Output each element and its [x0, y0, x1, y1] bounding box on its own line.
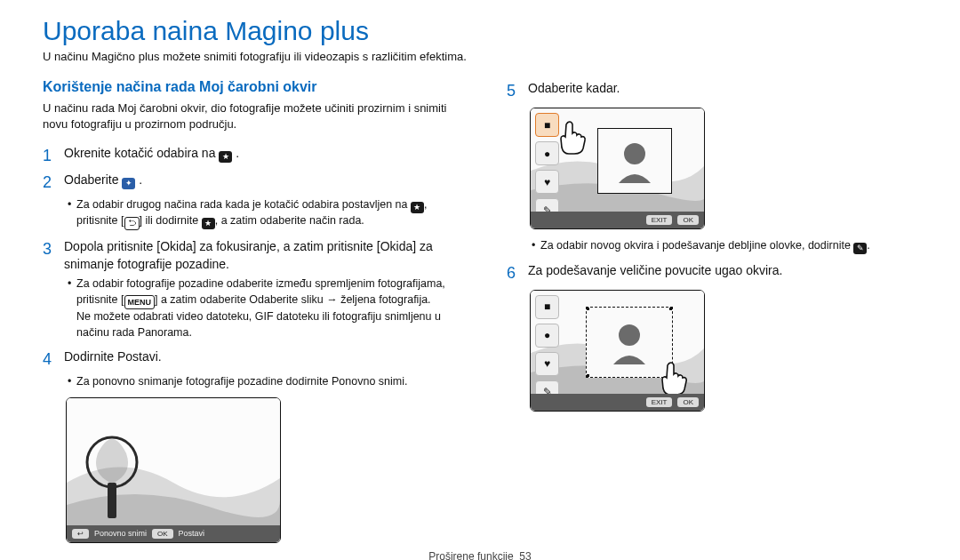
step-3-bullet-l3: Ne možete odabrati video datoteku, GIF d…	[76, 310, 441, 339]
step-2-bullet-l2b: ] ili dodirnite	[140, 214, 202, 227]
figure-select-frame: ■ ● ♥ ✎ EXIT OK	[530, 108, 705, 229]
mode-dial-star-icon: ★	[219, 151, 232, 163]
step-2-text-b: .	[139, 172, 142, 187]
portrait-icon	[608, 134, 661, 188]
resize-handle-bl[interactable]	[586, 374, 589, 378]
step-5: 5 Odaberite kadar.	[507, 79, 917, 102]
ok-key[interactable]: OK	[677, 397, 699, 407]
reshoot-label: Ponovno snimi	[332, 375, 404, 388]
intro-text: U načinu Magično plus možete snimiti fot…	[43, 50, 917, 63]
figure-3-statusbar: EXIT OK	[531, 394, 704, 411]
back-key[interactable]: ↩	[72, 529, 89, 539]
portrait-icon	[603, 316, 656, 369]
step-2-bullet-l2a: pritisnite [	[76, 214, 124, 227]
left-column: Korištenje načina rada Moj čarobni okvir…	[43, 79, 453, 543]
svg-point-6	[619, 324, 640, 346]
ok-key-label: Postavi	[179, 529, 205, 538]
resize-handle-tr[interactable]	[669, 307, 673, 310]
tree-landscape-illustration	[67, 398, 280, 542]
step-number: 5	[507, 79, 519, 102]
back-key-label: Ponovno snimi	[94, 529, 147, 538]
right-column: 5 Odaberite kadar. ■ ● ♥ ✎	[507, 79, 917, 543]
step-4-text-b: .	[158, 349, 162, 364]
step-1: 1 Okrenite kotačić odabira na ★ .	[43, 144, 453, 167]
touch-hand-icon	[655, 360, 691, 396]
step-3-text-b: ] za fokusiranje, a zatim pritisnite [	[193, 239, 380, 253]
step-3: 3 Dopola pritisnite [Okida] za fokusiran…	[43, 237, 453, 274]
ok-key[interactable]: OK	[152, 529, 173, 539]
frame-shape-toolbar: ■ ● ♥ ✎	[535, 295, 559, 404]
step-5-text: Odaberite kadar.	[528, 81, 620, 95]
magic-frame-icon: ✦	[122, 178, 135, 189]
step-2-bullet: Za odabir drugog načina rada kada je kot…	[68, 197, 453, 230]
step-2-bullet-l2c: , a zatim odaberite način rada.	[215, 214, 364, 227]
exit-key[interactable]: EXIT	[646, 215, 673, 225]
step-2-text-a: Odaberite	[64, 172, 122, 187]
step-5-bullet-b: .	[867, 239, 869, 252]
figure-resize-frame: ■ ● ♥ ✎ EXIT OK	[530, 290, 705, 412]
step-number: 4	[43, 348, 55, 371]
step-3-bullet-l2a: pritisnite [	[76, 293, 124, 306]
back-button-icon: ⮌	[124, 217, 140, 230]
step-4-bullet-a: Za ponovno snimanje fotografije pozadine…	[76, 375, 332, 388]
svg-point-4	[624, 143, 645, 164]
step-number: 6	[507, 261, 519, 284]
portrait-frame[interactable]	[597, 128, 672, 194]
step-1-text-a: Okrenite kotačić odabira na	[64, 146, 219, 160]
section-title: Korištenje načina rada Moj čarobni okvir	[43, 79, 453, 95]
set-label: Postavi	[117, 349, 158, 364]
step-3-bullet: Za odabir fotografije pozadine odaberite…	[68, 276, 453, 340]
figure-1-statusbar: ↩ Ponovno snimi OK Postavi	[67, 525, 280, 542]
shutter-label-1: Okida	[160, 239, 193, 253]
step-1-text-b: .	[236, 146, 239, 160]
step-2-bullet-l1a: Za odabir drugog načina rada kada je kot…	[76, 198, 411, 211]
step-5-bullet: Za odabir novog okvira i podešavanje deb…	[532, 238, 917, 254]
figure-background-scene: ↩ Ponovno snimi OK Postavi	[66, 397, 281, 543]
step-4-text-a: Dodirnite	[64, 349, 117, 364]
footer-label: Proširene funkcije	[428, 550, 513, 560]
step-2-bullet-l1b: ,	[424, 198, 427, 211]
resize-handle-tl[interactable]	[586, 307, 589, 310]
step-number: 1	[43, 144, 55, 167]
page-title: Uporaba naina Magino plus	[43, 16, 917, 46]
shutter-label-2: Okida	[380, 239, 413, 253]
frame-shape-heart-button[interactable]: ♥	[535, 170, 559, 194]
step-3-bullet-l2c: → željena fotografija.	[324, 293, 431, 306]
step-number: 3	[43, 237, 55, 274]
mode-dial-star-icon: ★	[411, 202, 424, 213]
frame-shape-circle-button[interactable]: ●	[535, 324, 559, 348]
frame-shape-square-button[interactable]: ■	[535, 295, 559, 319]
step-2: 2 Odaberite ✦ .	[43, 171, 453, 194]
exit-key[interactable]: EXIT	[646, 397, 673, 407]
select-image-label: Odaberite sliku	[249, 293, 323, 306]
step-number: 2	[43, 171, 55, 194]
menu-button-icon: MENU	[124, 295, 156, 309]
ok-key[interactable]: OK	[677, 215, 699, 225]
step-4-bullet: Za ponovno snimanje fotografije pozadine…	[68, 374, 453, 390]
pen-settings-icon: ✎	[853, 243, 867, 254]
step-4-bullet-b: .	[404, 375, 407, 388]
step-3-bullet-l2b: ] a zatim odaberite	[155, 293, 249, 306]
step-4: 4 Dodirnite Postavi.	[43, 348, 453, 371]
mode-star-solid-icon: ★	[202, 218, 215, 229]
step-3-bullet-l1: Za odabir fotografije pozadine odaberite…	[76, 277, 445, 290]
step-6-text: Za podešavanje veličine povucite ugao ok…	[528, 263, 782, 277]
footer-page-number: 53	[519, 550, 531, 560]
page-footer: Proširene funkcije 53	[43, 550, 917, 560]
touch-hand-icon	[554, 119, 589, 155]
step-3-text-a: Dopola pritisnite [	[64, 239, 160, 253]
section-subtitle: U načinu rada Moj čarobni okvir, dio fot…	[43, 100, 453, 132]
figure-2-statusbar: EXIT OK	[531, 212, 704, 228]
frame-shape-heart-button[interactable]: ♥	[535, 352, 559, 376]
step-6: 6 Za podešavanje veličine povucite ugao …	[507, 261, 917, 284]
step-5-bullet-a: Za odabir novog okvira i podešavanje deb…	[540, 239, 853, 252]
